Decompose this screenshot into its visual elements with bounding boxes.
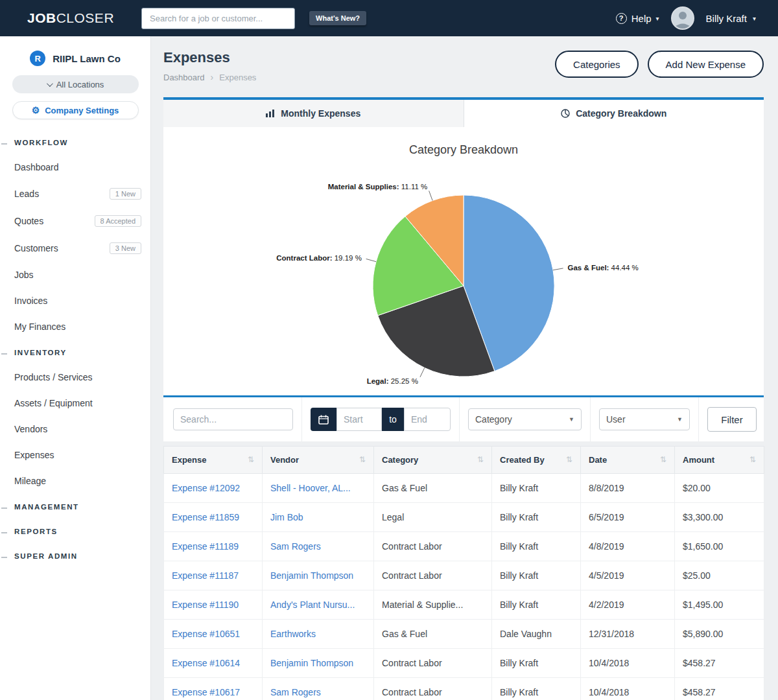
start-date-input[interactable] (336, 408, 382, 431)
locations-label: All Locations (56, 80, 104, 89)
sidebar-section-reports[interactable]: REPORTS (0, 519, 150, 543)
expense-link[interactable]: Expense #10651 (164, 620, 263, 649)
tab-monthly-expenses[interactable]: Monthly Expenses (163, 100, 464, 127)
global-search-input[interactable] (141, 8, 295, 29)
sidebar-item-label: Vendors (14, 424, 47, 434)
vendor-link[interactable]: Shell - Hoover, AL... (263, 474, 374, 503)
vendor-link[interactable]: Earthworks (263, 620, 374, 649)
table-row: Expense #10614Benjamin ThompsonContract … (164, 649, 764, 678)
end-date-input[interactable] (404, 408, 451, 431)
bar-chart-icon (266, 110, 275, 117)
chart-card: Category Breakdown Gas & Fuel: 44.44 %Le… (163, 127, 764, 395)
chevron-down-icon: ▾ (656, 15, 659, 22)
sidebar-item-expenses[interactable]: Expenses (0, 442, 150, 468)
sidebar-item-dashboard[interactable]: Dashboard (0, 154, 150, 180)
sidebar-item-assets-equipment[interactable]: Assets / Equipment (0, 390, 150, 416)
company-logo: R (30, 51, 45, 66)
column-header-created-by[interactable]: ⇅Created By (492, 447, 581, 474)
user-menu[interactable]: Billy Kraft ▾ (706, 13, 756, 24)
category-select[interactable]: Category ▼ (468, 408, 582, 430)
add-new-expense-button[interactable]: Add New Expense (648, 51, 764, 78)
pie-label-line (553, 268, 563, 270)
count-badge: 1 New (110, 188, 141, 200)
breadcrumb-link-dashboard[interactable]: Dashboard (163, 73, 205, 82)
pie-label: Contract Labor: 19.19 % (276, 254, 362, 262)
expense-link[interactable]: Expense #11189 (164, 532, 263, 561)
sidebar-section-management[interactable]: MANAGEMENT (0, 494, 150, 519)
expense-link[interactable]: Expense #11187 (164, 561, 263, 590)
sort-icon: ⇅ (477, 455, 484, 464)
expense-search-input[interactable] (173, 408, 293, 430)
column-header-expense[interactable]: ⇅Expense (164, 447, 263, 474)
expense-link[interactable]: Expense #11190 (164, 590, 263, 620)
company-settings-button[interactable]: ⚙ Company Settings (12, 101, 139, 119)
expense-link[interactable]: Expense #10614 (164, 649, 263, 678)
sidebar-item-leads[interactable]: Leads1 New (0, 180, 150, 207)
expense-link[interactable]: Expense #12092 (164, 474, 263, 503)
pie-label: Gas & Fuel: 44.44 % (568, 264, 639, 272)
expense-link[interactable]: Expense #10617 (164, 678, 263, 700)
sidebar-item-my-finances[interactable]: My Finances (0, 314, 150, 340)
vendor-link[interactable]: Benjamin Thompson (263, 649, 374, 678)
column-header-date[interactable]: ⇅Date (581, 447, 675, 474)
sidebar-item-products-services[interactable]: Products / Services (0, 364, 150, 390)
breadcrumb-separator-icon: › (211, 72, 214, 82)
vendor-link[interactable]: Sam Rogers (263, 532, 374, 561)
sidebar-section-workflow[interactable]: WORKFLOW (0, 130, 150, 154)
help-menu[interactable]: ? Help ▾ (616, 13, 659, 24)
table-row: Expense #11859Jim BobLegalBilly Kraft6/5… (164, 503, 764, 532)
sidebar-item-jobs[interactable]: Jobs (0, 262, 150, 288)
sidebar-item-invoices[interactable]: Invoices (0, 288, 150, 314)
sidebar-section-super-admin[interactable]: SUPER ADMIN (0, 543, 150, 568)
logo-text-bold: JOB (27, 10, 56, 25)
category-pie-chart: Gas & Fuel: 44.44 %Legal: 25.25 %Contrac… (163, 127, 764, 395)
table-row: Expense #11190Andy's Plant Nursu...Mater… (164, 590, 764, 620)
category-filter-group: Category ▼ (460, 397, 591, 441)
column-header-amount[interactable]: ⇅Amount (675, 447, 764, 474)
breadcrumb-current: Expenses (219, 73, 256, 82)
cell-created-by: Billy Kraft (492, 532, 581, 561)
help-icon: ? (616, 13, 627, 24)
date-range-to-label: to (382, 408, 404, 431)
sidebar-item-label: My Finances (14, 321, 65, 332)
user-select[interactable]: User ▼ (599, 408, 690, 430)
filter-button[interactable]: Filter (707, 407, 757, 432)
whats-new-button[interactable]: What's New? (309, 11, 366, 25)
sidebar-section-inventory[interactable]: INVENTORY (0, 340, 150, 364)
user-avatar[interactable] (671, 6, 694, 30)
vendor-link[interactable]: Andy's Plant Nursu... (263, 590, 374, 620)
app-logo[interactable]: JOBCLOSER (27, 10, 114, 26)
date-range-group: to (302, 397, 460, 441)
tab-category-breakdown[interactable]: Category Breakdown (464, 100, 764, 127)
sidebar-item-vendors[interactable]: Vendors (0, 416, 150, 442)
sidebar-item-label: Mileage (14, 476, 46, 486)
cell-amount: $458.27 (675, 649, 764, 678)
sort-icon: ⇅ (566, 455, 572, 464)
table-row: Expense #11189Sam RogersContract LaborBi… (164, 532, 764, 561)
user-filter-group: User ▼ (591, 397, 699, 441)
sidebar-item-quotes[interactable]: Quotes8 Accepted (0, 207, 150, 235)
sort-icon: ⇅ (359, 455, 366, 464)
column-header-vendor[interactable]: ⇅Vendor (263, 447, 374, 474)
cell-created-by: Billy Kraft (492, 678, 581, 700)
page-title: Expenses (163, 49, 256, 66)
sidebar-item-customers[interactable]: Customers3 New (0, 235, 150, 262)
categories-button[interactable]: Categories (555, 51, 639, 78)
expense-link[interactable]: Expense #11859 (164, 503, 263, 532)
sidebar-item-label: Expenses (14, 450, 54, 460)
help-label: Help (631, 13, 652, 24)
column-label: Vendor (270, 455, 299, 465)
calendar-button[interactable] (311, 408, 336, 431)
vendor-link[interactable]: Benjamin Thompson (263, 561, 374, 590)
pie-label-line (420, 368, 425, 377)
vendor-link[interactable]: Jim Bob (263, 503, 374, 532)
chevron-down-icon (47, 80, 53, 87)
locations-dropdown[interactable]: All Locations (12, 75, 139, 93)
vendor-link[interactable]: Sam Rogers (263, 678, 374, 700)
sidebar-item-mileage[interactable]: Mileage (0, 468, 150, 494)
table-row: Expense #10617Sam RogersContract LaborBi… (164, 678, 764, 700)
column-header-category[interactable]: ⇅Category (374, 447, 492, 474)
table-row: Expense #12092Shell - Hoover, AL...Gas &… (164, 474, 764, 503)
sidebar-item-label: Invoices (14, 296, 47, 306)
cell-date: 4/8/2019 (581, 532, 675, 561)
